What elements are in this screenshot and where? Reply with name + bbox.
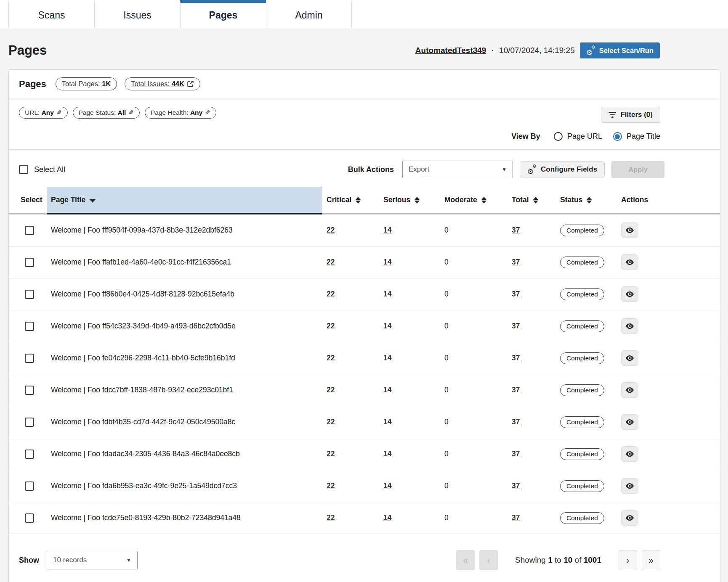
previous-page-button[interactable]: ‹ [479, 550, 498, 570]
critical-count-link[interactable]: 22 [327, 513, 335, 522]
last-page-button[interactable]: » [642, 550, 660, 570]
view-by-radio[interactable]: Page Title [613, 132, 660, 141]
critical-count-link[interactable]: 22 [327, 450, 335, 458]
filter-chip[interactable]: URL: Any ✎ [19, 107, 68, 119]
view-page-button[interactable] [621, 478, 638, 494]
column-header-status[interactable]: Status [556, 187, 617, 214]
panel-title: Pages [19, 79, 46, 90]
serious-count-link[interactable]: 14 [383, 290, 391, 299]
tab[interactable]: Pages [180, 0, 266, 28]
bulk-actions-toolbar: Select All Bulk Actions Export ▼ ⚙⚙ Conf… [9, 150, 720, 187]
tab[interactable]: Admin [266, 0, 352, 28]
column-header-page-title[interactable]: Page Title [47, 187, 322, 214]
view-page-button[interactable] [621, 254, 638, 270]
row-checkbox[interactable] [25, 481, 34, 491]
total-count-link[interactable]: 37 [512, 258, 520, 267]
critical-count-link[interactable]: 22 [327, 322, 335, 331]
serious-count-link[interactable]: 14 [383, 481, 391, 490]
moderate-count: 0 [444, 258, 449, 267]
total-count-link[interactable]: 37 [512, 354, 520, 362]
tab[interactable]: Issues [94, 0, 180, 28]
total-pages-chip: Total Pages: 1K [56, 77, 117, 90]
filter-chip-label: Page Health: [151, 109, 189, 116]
total-issues-chip[interactable]: Total Issues: 44K [125, 77, 200, 90]
view-page-button[interactable] [621, 318, 638, 334]
table-row: Welcome | Foo fdadac34-2305-4436-84a3-46… [9, 438, 720, 470]
serious-count-link[interactable]: 14 [383, 386, 391, 394]
serious-count-link[interactable]: 14 [383, 418, 391, 426]
page-title-cell: Welcome | Foo ff54c323-349d-4b49-a493-d6… [51, 322, 236, 331]
row-checkbox[interactable] [25, 513, 34, 523]
critical-count-link[interactable]: 22 [327, 354, 335, 362]
configure-fields-button[interactable]: ⚙⚙ Configure Fields [520, 161, 605, 177]
showing-range-text: Showing 1 to 10 of 1001 [515, 556, 601, 565]
scan-name-link[interactable]: AutomatedTest349 [415, 46, 486, 55]
filter-chip[interactable]: Page Health: Any ✎ [145, 107, 216, 119]
row-checkbox[interactable] [25, 258, 34, 267]
row-checkbox[interactable] [25, 450, 34, 459]
critical-count-link[interactable]: 22 [327, 258, 335, 267]
table-footer: Show 10 records ▼ « ‹ Showing 1 to 10 of… [9, 534, 720, 582]
status-badge: Completed [560, 448, 604, 460]
serious-count-link[interactable]: 14 [383, 322, 391, 331]
gears-icon: ⚙⚙ [527, 165, 537, 174]
total-count-link[interactable]: 37 [512, 226, 520, 235]
total-count-link[interactable]: 37 [512, 418, 520, 426]
column-header-serious[interactable]: Serious [379, 187, 440, 214]
first-page-button[interactable]: « [456, 550, 475, 570]
view-page-button[interactable] [621, 510, 638, 526]
row-checkbox[interactable] [25, 418, 34, 427]
critical-count-link[interactable]: 22 [327, 481, 335, 490]
serious-count-link[interactable]: 14 [383, 258, 391, 267]
records-select[interactable]: 10 records ▼ [47, 551, 138, 569]
select-all-checkbox[interactable] [19, 165, 28, 174]
total-count-link[interactable]: 37 [512, 290, 520, 299]
column-header-total[interactable]: Total [507, 187, 556, 214]
status-badge: Completed [560, 320, 604, 332]
view-page-button[interactable] [621, 222, 638, 238]
total-count-link[interactable]: 37 [512, 481, 520, 490]
bulk-actions-label: Bulk Actions [348, 165, 394, 174]
serious-count-link[interactable]: 14 [383, 226, 391, 235]
table-row: Welcome | Foo fdcc7bff-1838-487b-9342-ec… [9, 374, 720, 406]
total-count-link[interactable]: 37 [512, 513, 520, 522]
view-page-button[interactable] [621, 446, 638, 462]
view-page-button[interactable] [621, 414, 638, 430]
serious-count-link[interactable]: 14 [383, 450, 391, 458]
apply-button[interactable]: Apply [611, 161, 664, 178]
bulk-action-select[interactable]: Export ▼ [402, 161, 513, 178]
eye-icon [625, 322, 635, 331]
row-checkbox[interactable] [25, 354, 34, 363]
column-header-critical[interactable]: Critical [322, 187, 379, 214]
sort-desc-icon [90, 199, 96, 203]
view-page-button[interactable] [621, 350, 638, 366]
row-checkbox[interactable] [25, 290, 34, 299]
column-header-moderate[interactable]: Moderate [440, 187, 507, 214]
row-checkbox[interactable] [25, 386, 34, 395]
critical-count-link[interactable]: 22 [327, 418, 335, 426]
critical-count-link[interactable]: 22 [327, 386, 335, 394]
filter-chip-value: Any [190, 109, 202, 116]
row-checkbox[interactable] [25, 226, 34, 235]
filter-chips: URL: Any ✎ Page Status: All ✎ Page Healt… [19, 107, 216, 119]
view-by-radio[interactable]: Page URL [554, 132, 602, 141]
table-row: Welcome | Foo fdbf4b35-cd7d-442f-9c42-05… [9, 406, 720, 438]
view-page-button[interactable] [621, 382, 638, 398]
total-count-link[interactable]: 37 [512, 450, 520, 458]
filters-button[interactable]: Filters (0) [601, 107, 660, 123]
critical-count-link[interactable]: 22 [327, 226, 335, 235]
filter-chip[interactable]: Page Status: All ✎ [73, 107, 140, 119]
tab[interactable]: Scans [8, 0, 94, 28]
view-page-button[interactable] [621, 286, 638, 302]
total-count-link[interactable]: 37 [512, 386, 520, 394]
sort-arrows-icon [356, 197, 361, 204]
serious-count-link[interactable]: 14 [383, 354, 391, 362]
select-scan-run-button[interactable]: ⚙⚙ Select Scan/Run [580, 42, 660, 58]
critical-count-link[interactable]: 22 [327, 290, 335, 299]
total-count-link[interactable]: 37 [512, 322, 520, 331]
row-checkbox[interactable] [25, 322, 34, 331]
radio-icon [554, 132, 563, 141]
next-page-button[interactable]: › [619, 550, 637, 570]
table-row: Welcome | Foo fe04c296-2298-4c11-bb40-5c… [9, 342, 720, 374]
serious-count-link[interactable]: 14 [383, 513, 391, 522]
